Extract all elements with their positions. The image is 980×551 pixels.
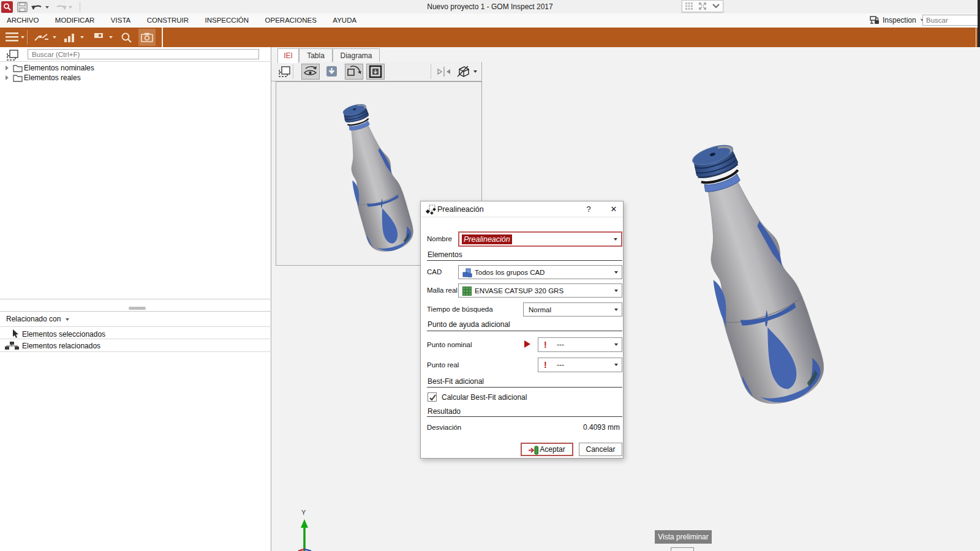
section-rule	[427, 416, 622, 417]
accept-button[interactable]: Aceptar	[521, 443, 573, 456]
required-arrow-icon	[524, 340, 530, 348]
main-toolbar	[0, 28, 980, 47]
menu-operaciones[interactable]: OPERACIONES	[258, 13, 323, 24]
view-layers-icon[interactable]	[277, 66, 291, 78]
view-rotate-element-button[interactable]	[345, 64, 363, 80]
explorer-search-input[interactable]	[28, 49, 259, 59]
cad-group-icon	[462, 268, 472, 277]
cad-combobox[interactable]: Todos los grupos CAD	[458, 265, 622, 279]
splitter-grip[interactable]	[129, 307, 146, 310]
tab-iei[interactable]: IEI	[277, 48, 299, 63]
tab-tabla[interactable]: Tabla	[299, 48, 333, 62]
tiempo-combobox[interactable]: Normal	[523, 302, 622, 317]
tree-item-nominales[interactable]: Elementos nominales	[0, 63, 271, 73]
punto-header: Punto de ayuda adicional	[428, 320, 510, 329]
warning-icon: !	[544, 360, 547, 370]
accept-icon	[528, 446, 539, 455]
punto-nominal-value: ---	[557, 340, 564, 349]
bestfit-checkbox-label: Calcular Best-Fit adicional	[442, 393, 527, 402]
main-bottle-model[interactable]	[625, 122, 980, 422]
related-item-related[interactable]: Elementos relacionados	[0, 340, 271, 351]
related-elements-icon	[4, 342, 20, 350]
viewport-area[interactable]: IEI Tabla Diagrama	[271, 47, 980, 551]
prealignment-icon	[425, 204, 436, 215]
window-title: Nuevo proyecto 1 - GOM Inspect 2017	[0, 2, 980, 11]
divider	[0, 61, 271, 62]
workspace-label: Inspection	[883, 16, 916, 24]
flag-caret[interactable]	[109, 36, 113, 39]
nombre-combobox[interactable]: Prealineación	[458, 231, 622, 247]
related-header[interactable]: Relacionado con	[0, 315, 271, 327]
mesh-icon	[462, 287, 472, 296]
construct-caret[interactable]	[53, 36, 56, 39]
cad-value: Todos los grupos CAD	[475, 269, 545, 276]
workspace-selector[interactable]: Inspection	[869, 15, 924, 25]
section-rule	[427, 331, 622, 331]
chart-caret[interactable]	[80, 36, 84, 39]
hamburger-caret[interactable]	[21, 36, 24, 39]
divider	[0, 326, 271, 327]
punto-real-combobox[interactable]: ! ---	[538, 358, 622, 372]
menu-archivo[interactable]: ARCHIVO	[0, 13, 45, 24]
view-cube-icon[interactable]	[456, 65, 470, 78]
elementos-header: Elementos	[428, 250, 462, 259]
menu-inspeccion[interactable]: INSPECCIÓN	[198, 13, 256, 24]
title-bar: Nuevo proyecto 1 - GOM Inspect 2017	[0, 0, 980, 13]
toolbar-separator	[27, 30, 28, 45]
nombre-value: Prealineación	[462, 234, 512, 244]
punto-nominal-label: Punto nominal	[427, 341, 472, 348]
chevron-down-icon[interactable]	[712, 3, 720, 9]
construct-icon[interactable]	[34, 32, 49, 42]
divider	[0, 311, 271, 312]
cad-label: CAD	[427, 268, 442, 276]
punto-real-value: ---	[557, 361, 564, 369]
expand-icon[interactable]	[698, 2, 707, 10]
mirror-view-icon[interactable]	[437, 66, 451, 77]
section-rule	[427, 260, 622, 261]
resultado-header: Resultado	[428, 407, 461, 416]
label-flag-icon[interactable]	[92, 32, 106, 43]
folder-icon	[13, 64, 23, 72]
dialog-titlebar[interactable]: Prealineación ? ✕	[421, 201, 623, 217]
divider	[0, 299, 271, 299]
divider	[0, 351, 271, 352]
dialog-title: Prealineación	[437, 205, 484, 214]
related-caret	[66, 318, 69, 321]
menu-modificar[interactable]: MODIFICAR	[48, 13, 102, 24]
malla-combobox[interactable]: ENVASE CATSUP 320 GRS	[458, 283, 622, 298]
desviacion-label: Desviación	[427, 424, 461, 431]
screen-edge	[978, 0, 980, 47]
dialog-close-button[interactable]: ✕	[608, 204, 619, 214]
view-frame-button[interactable]	[366, 64, 385, 80]
expander-icon[interactable]	[6, 66, 9, 70]
explorer-layers-icon[interactable]	[6, 49, 19, 61]
tree-item-reales[interactable]: Elementos reales	[0, 73, 271, 83]
hamburger-menu-icon[interactable]	[6, 32, 19, 43]
divider	[0, 339, 271, 339]
mini-toolbar	[682, 0, 723, 12]
tab-diagrama[interactable]: Diagrama	[333, 48, 380, 62]
expander-icon[interactable]	[6, 75, 9, 80]
tiempo-label: Tiempo de búsqueda	[427, 305, 493, 313]
view-download-button[interactable]	[325, 64, 339, 80]
view-rotate-eye-button[interactable]	[301, 64, 320, 80]
view-cube-caret[interactable]	[473, 70, 477, 73]
preview-tooltip: Vista preliminar	[655, 530, 712, 544]
toolbar-separator-2	[162, 28, 163, 47]
dialog-help-button[interactable]: ?	[584, 204, 594, 214]
menu-ayuda[interactable]: AYUDA	[326, 13, 363, 24]
malla-label: Malla real	[427, 287, 458, 294]
search-icon[interactable]	[121, 32, 132, 43]
grid-icon[interactable]	[685, 2, 693, 10]
chart-icon[interactable]	[64, 32, 76, 43]
tiempo-value: Normal	[529, 306, 551, 313]
menu-vista[interactable]: VISTA	[104, 13, 137, 24]
partial-button[interactable]	[671, 547, 694, 551]
bestfit-checkbox[interactable]	[428, 392, 437, 402]
punto-nominal-combobox[interactable]: ! ---	[538, 337, 622, 352]
global-search-input[interactable]	[922, 15, 978, 26]
section-rule	[427, 387, 622, 388]
menu-construir[interactable]: CONSTRUIR	[140, 13, 195, 24]
camera-icon[interactable]	[141, 32, 153, 42]
cancel-button[interactable]: Cancelar	[579, 443, 622, 456]
